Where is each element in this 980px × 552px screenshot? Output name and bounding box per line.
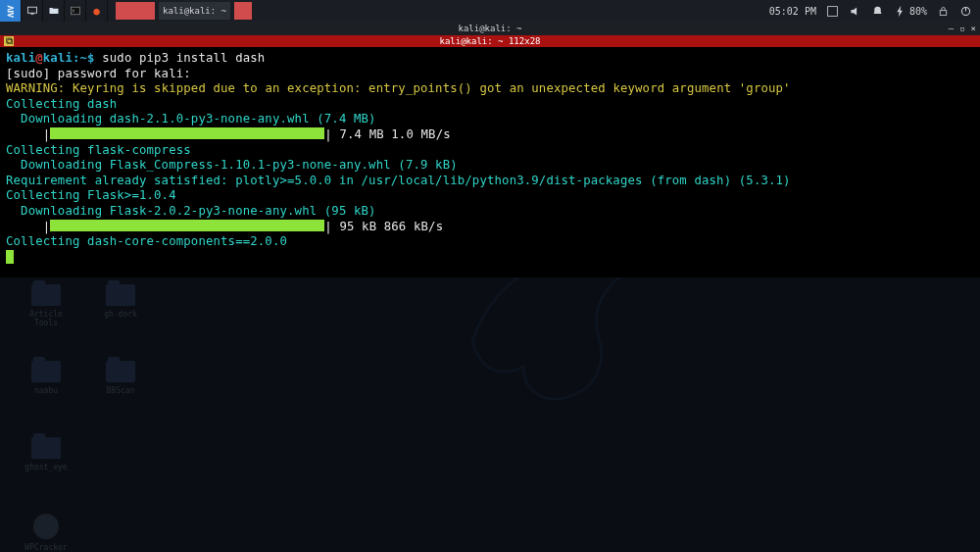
new-tab-button[interactable]: ⧉ <box>4 36 14 46</box>
progress-bar-prefix: | <box>6 127 50 141</box>
window-controls: – ▫ × <box>949 22 976 35</box>
window-title: kali@kali: ~ <box>458 24 521 33</box>
desktop-icon-label: BBScan <box>94 386 147 395</box>
svg-rect-2 <box>71 7 79 15</box>
notifications-icon[interactable] <box>871 5 884 18</box>
output-line: [sudo] password for kali: <box>6 67 191 80</box>
terminal-body[interactable]: kali@kali:~$ sudo pip3 install dash [sud… <box>0 47 980 277</box>
folder-icon <box>106 361 135 382</box>
progress-bar <box>50 220 324 231</box>
output-warning: Keyring is skipped due to an exception: … <box>65 81 790 95</box>
taskbar: ⋛ ● kali@kali: ~ 05:02 PM 80% <box>0 0 980 22</box>
prompt-cwd: :~$ <box>73 51 102 65</box>
desktop-icon-ghost-eye[interactable]: ghost_eye <box>20 437 73 472</box>
prompt-at: @ <box>35 51 43 65</box>
window-minimize-button[interactable]: – <box>949 24 954 33</box>
desktop-icon-gh-dork[interactable]: gh-dork <box>94 284 147 319</box>
firefox-icon: ● <box>93 5 100 18</box>
battery-charging-icon <box>894 5 906 18</box>
command-text: sudo pip3 install dash <box>102 51 265 65</box>
window-titlebar[interactable]: kali@kali: ~ – ▫ × <box>0 22 980 35</box>
workspace-switcher-icon[interactable] <box>826 5 839 18</box>
window-maximize-button[interactable]: ▫ <box>959 24 964 33</box>
terminal-tab-bar: ⧉ kali@kali: ~ 112x28 <box>0 35 980 47</box>
output-line: Collecting Flask>=1.0.4 <box>6 188 176 202</box>
output-line: Collecting dash-core-components==2.0.0 <box>6 234 287 248</box>
folder-icon <box>48 5 60 17</box>
output-line: Downloading Flask_Compress-1.10.1-py3-no… <box>6 158 458 172</box>
svg-rect-0 <box>27 7 36 13</box>
task-list: kali@kali: ~ <box>116 0 252 22</box>
gear-icon <box>33 514 59 539</box>
output-line: Downloading Flask-2.0.2-py3-none-any.whl… <box>6 204 376 218</box>
terminal-tab-label[interactable]: kali@kali: ~ 112x28 <box>440 36 541 46</box>
show-desktop-button[interactable] <box>22 0 43 22</box>
folder-icon <box>31 437 61 459</box>
progress-bar-pipe: | <box>324 127 332 141</box>
progress-stat: 95 kB 866 kB/s <box>332 220 443 233</box>
svg-rect-3 <box>828 6 838 16</box>
desktop-icon-label: WPCracker <box>20 543 73 552</box>
progress-bar-pipe: | <box>324 220 332 233</box>
progress-bar-prefix: | <box>6 220 50 233</box>
output-warning-prefix: WARNING: <box>6 81 65 95</box>
output-line: Requirement already satisfied: plotly>=5… <box>6 174 791 187</box>
clock[interactable]: 05:02 PM <box>769 6 816 17</box>
desktop-icon-label: Article Tools <box>20 310 73 327</box>
kali-logo-icon: ⋛ <box>7 4 14 18</box>
lock-icon[interactable] <box>937 5 950 18</box>
desktop-icon-naabu[interactable]: naabu <box>20 361 73 395</box>
desktop-icon-label: ghost_eye <box>20 463 73 472</box>
prompt-host: kali <box>43 51 73 65</box>
battery-percent: 80% <box>909 6 927 17</box>
output-line: Collecting dash <box>6 97 117 111</box>
prompt-user: kali <box>6 51 35 65</box>
terminal-launcher-button[interactable] <box>65 0 86 22</box>
desktop-icon-wpcracker[interactable]: WPCracker <box>20 514 73 552</box>
terminal-icon <box>70 5 81 17</box>
desktop-icon-label: gh-dork <box>94 310 147 319</box>
svg-rect-4 <box>940 10 947 15</box>
progress-bar <box>50 127 324 139</box>
desktop-icon-label: naabu <box>20 386 73 395</box>
system-tray: 05:02 PM 80% <box>769 0 980 22</box>
output-line: Collecting flask-compress <box>6 143 191 157</box>
desktop-icon-article-tools[interactable]: Article Tools <box>20 284 73 327</box>
desktop-icon-bbscan[interactable]: BBScan <box>94 361 147 395</box>
browser-launcher-button[interactable]: ● <box>86 0 108 22</box>
output-line: Downloading dash-2.1.0-py3-none-any.whl … <box>6 112 376 125</box>
progress-stat: 7.4 MB 1.0 MB/s <box>332 127 451 141</box>
power-icon[interactable] <box>959 5 972 18</box>
task-item-terminal[interactable]: kali@kali: ~ <box>159 2 230 20</box>
folder-icon <box>31 284 61 306</box>
kali-menu-button[interactable]: ⋛ <box>0 0 22 22</box>
terminal-window: kali@kali: ~ – ▫ × ⧉ kali@kali: ~ 112x28… <box>0 22 980 277</box>
task-item-label: kali@kali: ~ <box>163 6 226 16</box>
folder-icon <box>106 284 135 306</box>
task-item-desktop[interactable] <box>116 2 155 20</box>
svg-rect-1 <box>30 13 33 15</box>
folder-icon <box>31 361 61 382</box>
task-item-minimized[interactable] <box>234 2 252 20</box>
window-close-button[interactable]: × <box>971 24 976 33</box>
battery-indicator[interactable]: 80% <box>894 5 927 18</box>
file-manager-button[interactable] <box>43 0 65 22</box>
volume-icon[interactable] <box>849 5 861 18</box>
launcher-tray: ⋛ ● <box>0 0 108 22</box>
desktop-icon <box>26 5 38 17</box>
cursor <box>6 250 14 264</box>
